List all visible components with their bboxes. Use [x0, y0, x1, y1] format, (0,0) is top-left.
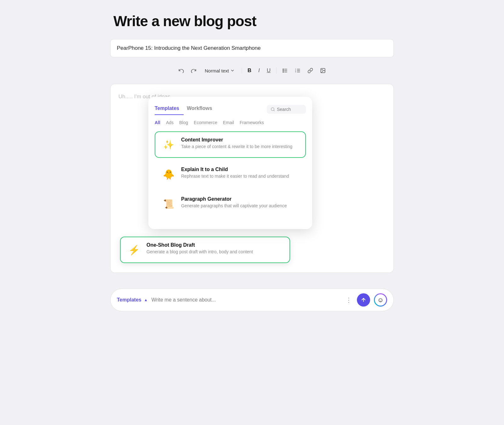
numbered-list-button[interactable]: 1 2 3: [293, 66, 302, 75]
page-container: Write a new blog post Normal text B I U: [110, 13, 394, 311]
filter-ecommerce[interactable]: Ecommerce: [194, 119, 217, 126]
bullet-list-button[interactable]: [280, 66, 290, 75]
template-paragraph-gen-name: Paragraph Generator: [181, 196, 300, 202]
text-style-label: Normal text: [205, 68, 229, 73]
panel-search-box: [267, 105, 306, 114]
link-button[interactable]: [306, 66, 315, 75]
filter-frameworks[interactable]: Frameworks: [240, 119, 264, 126]
svg-text:3: 3: [295, 71, 296, 73]
bottom-templates-label: Templates: [117, 297, 141, 303]
oneshot-name: One-Shot Blog Draft: [146, 242, 284, 248]
page-title: Write a new blog post: [110, 13, 394, 30]
bottom-toolbar: Templates ▲ ⋮ ☺: [110, 289, 394, 311]
send-button[interactable]: [357, 293, 370, 307]
svg-point-3: [283, 69, 284, 69]
tab-templates[interactable]: Templates: [155, 104, 184, 115]
template-paragraph-gen-info: Paragraph Generator Generate paragraphs …: [181, 196, 300, 208]
template-paragraph-gen-desc: Generate paragraphs that will captivate …: [181, 203, 300, 208]
bold-button[interactable]: B: [246, 66, 253, 75]
more-options-button[interactable]: ⋮: [344, 296, 353, 304]
title-input-wrapper: [110, 39, 394, 57]
svg-line-15: [274, 110, 275, 111]
template-card-content-improver[interactable]: ✨ Content Improver Take a piece of conte…: [155, 131, 306, 158]
template-explain-child-desc: Rephrase text to make it easier to read …: [181, 174, 300, 179]
svg-point-4: [283, 70, 284, 71]
toolbar-divider-2: [276, 67, 277, 74]
content-improver-icon: ✨: [161, 137, 176, 152]
template-content-improver-name: Content Improver: [181, 137, 300, 143]
template-card-oneshot[interactable]: ⚡ One-Shot Blog Draft Generate a blog po…: [120, 237, 290, 263]
filter-ads[interactable]: Ads: [166, 119, 174, 126]
template-content-improver-info: Content Improver Take a piece of content…: [181, 137, 300, 149]
svg-point-5: [283, 72, 284, 72]
template-content-improver-desc: Take a piece of content & rewrite it to …: [181, 144, 300, 149]
template-card-paragraph-gen[interactable]: 📜 Paragraph Generator Generate paragraph…: [155, 191, 306, 217]
search-icon: [271, 107, 275, 112]
italic-button[interactable]: I: [256, 66, 262, 75]
oneshot-info: One-Shot Blog Draft Generate a blog post…: [146, 242, 284, 254]
avatar-button[interactable]: ☺: [374, 293, 387, 307]
filter-email[interactable]: Email: [223, 119, 234, 126]
filter-row: All Ads Blog Ecommerce Email Frameworks: [155, 119, 306, 126]
svg-point-13: [322, 69, 322, 70]
underline-button[interactable]: U: [265, 66, 272, 75]
tab-workflows[interactable]: Workflows: [187, 104, 217, 115]
send-icon: [361, 297, 366, 303]
editor-area[interactable]: Uh..... I'm out of ideas. Templates Work…: [110, 84, 394, 273]
filter-all[interactable]: All: [155, 119, 160, 126]
prompt-input[interactable]: [152, 297, 341, 303]
post-title-input[interactable]: [117, 45, 387, 51]
template-card-explain-child[interactable]: 🐥 Explain It to a Child Rephrase text to…: [155, 161, 306, 187]
bottom-templates-button[interactable]: Templates ▲: [117, 297, 148, 303]
toolbar-divider: [242, 67, 242, 74]
redo-button[interactable]: [189, 66, 198, 75]
oneshot-desc: Generate a blog post draft with intro, b…: [146, 249, 284, 254]
oneshot-icon: ⚡: [126, 242, 141, 257]
text-style-dropdown[interactable]: Normal text: [202, 67, 238, 75]
chevron-up-icon: ▲: [144, 298, 148, 302]
avatar-inner: ☺: [375, 294, 386, 306]
image-button[interactable]: [318, 66, 328, 75]
search-input[interactable]: [277, 107, 302, 112]
paragraph-gen-icon: 📜: [161, 196, 176, 211]
filter-blog[interactable]: Blog: [179, 119, 188, 126]
template-explain-child-info: Explain It to a Child Rephrase text to m…: [181, 167, 300, 179]
explain-child-icon: 🐥: [161, 167, 176, 182]
templates-panel: Templates Workflows All Ads Blog Ecommer…: [148, 97, 312, 229]
undo-button[interactable]: [176, 66, 186, 75]
template-explain-child-name: Explain It to a Child: [181, 167, 300, 172]
editor-toolbar: Normal text B I U 1 2 3: [110, 64, 394, 78]
